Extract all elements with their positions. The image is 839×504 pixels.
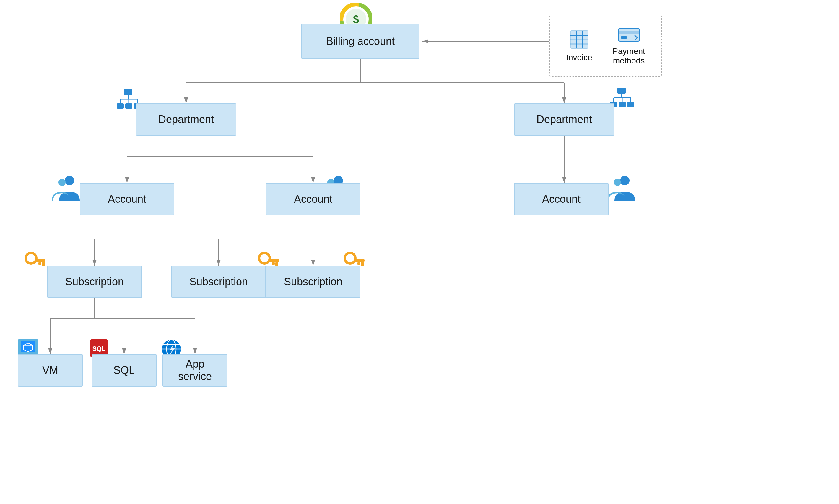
svg-rect-88: [618, 28, 639, 41]
svg-rect-66: [358, 262, 360, 265]
svg-rect-42: [619, 102, 626, 107]
dept1-box: Department: [136, 103, 236, 136]
svg-rect-56: [35, 259, 46, 262]
vm-box: VM: [18, 354, 83, 386]
acct3-label: Account: [542, 193, 581, 205]
svg-rect-32: [117, 103, 124, 109]
acct2-label: Account: [294, 193, 332, 205]
svg-rect-64: [354, 259, 364, 262]
invoice-label: Invoice: [566, 53, 592, 62]
sub1-label: Subscription: [65, 276, 124, 288]
invoice-icon: [569, 29, 590, 50]
svg-rect-31: [124, 89, 132, 95]
sub3-label: Subscription: [284, 276, 342, 288]
svg-rect-57: [42, 262, 45, 266]
svg-rect-90: [621, 36, 627, 39]
svg-point-63: [345, 253, 355, 264]
svg-point-54: [614, 179, 621, 186]
invoice-item: Invoice: [566, 29, 592, 62]
svg-rect-58: [38, 262, 41, 265]
svg-rect-62: [272, 262, 275, 265]
svg-rect-65: [361, 262, 364, 266]
sub3-box: Subscription: [266, 266, 360, 298]
svg-rect-40: [617, 88, 626, 93]
sub2-box: Subscription: [171, 266, 266, 298]
acct1-label: Account: [108, 193, 146, 205]
dept2-box: Department: [514, 103, 615, 136]
acct2-box: Account: [266, 183, 360, 215]
billing-account-label: Billing account: [326, 35, 395, 48]
acct1-icon: [50, 174, 80, 201]
acct3-box: Account: [514, 183, 609, 215]
payment-item: Payment methods: [612, 26, 645, 66]
app-service-box: App service: [162, 354, 227, 386]
svg-point-49: [65, 176, 74, 185]
sql-box: SQL: [91, 354, 157, 386]
sub1-key-icon: [24, 248, 47, 273]
dept1-label: Department: [158, 113, 214, 126]
app-service-label: App service: [178, 358, 212, 383]
invoice-payment-box: Invoice Payment methods: [549, 15, 662, 77]
sub2-label: Subscription: [189, 276, 248, 288]
billing-account-box: Billing account: [301, 24, 420, 59]
sub1-box: Subscription: [47, 266, 142, 298]
svg-text:SQL: SQL: [92, 345, 105, 352]
acct1-box: Account: [80, 183, 174, 215]
svg-rect-33: [125, 103, 132, 109]
svg-rect-43: [627, 102, 634, 107]
svg-point-55: [26, 253, 36, 264]
connectors-svg: [0, 0, 839, 504]
svg-point-59: [259, 253, 270, 264]
svg-rect-89: [618, 31, 639, 34]
diagram-container: $ Billing account Department: [0, 0, 839, 504]
vm-label: VM: [42, 364, 58, 377]
sql-label: SQL: [114, 364, 135, 377]
svg-point-53: [620, 176, 630, 185]
payment-label: Payment methods: [612, 47, 645, 66]
svg-point-50: [58, 179, 66, 186]
payment-icon: [617, 26, 641, 44]
acct3-icon: [605, 174, 635, 201]
dept2-label: Department: [536, 113, 592, 126]
svg-rect-60: [268, 259, 279, 262]
